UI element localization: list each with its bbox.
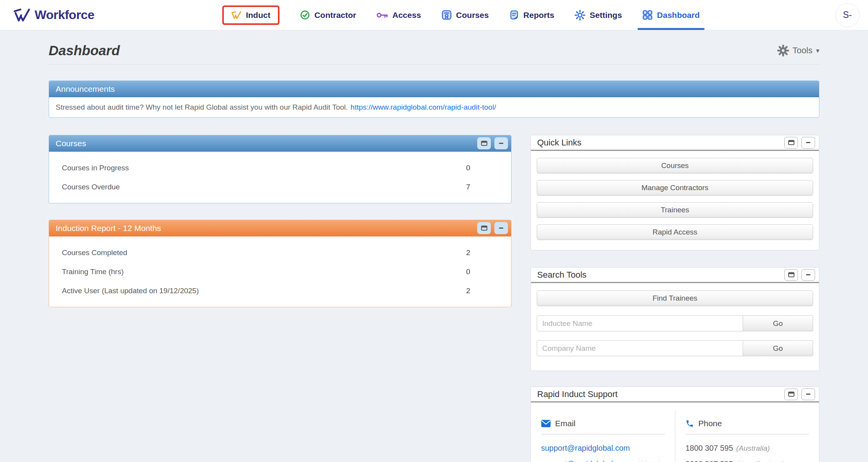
announcements-title: Announcements — [56, 84, 115, 94]
table-row: Active User (Last updated on 19/12/2025)… — [49, 281, 511, 300]
email-divider — [541, 434, 665, 434]
support-panel: Rapid Induct Support Email — [531, 387, 819, 462]
nav-label-reports: Reports — [524, 10, 554, 20]
nav-label-settings: Settings — [590, 10, 622, 20]
minimize-button[interactable] — [494, 137, 508, 149]
minimize-button[interactable] — [494, 222, 508, 234]
support-panel-title: Rapid Induct Support — [537, 389, 618, 399]
company-go-button[interactable]: Go — [743, 340, 813, 356]
search-tools-title: Search Tools — [537, 270, 587, 280]
quick-links-title: Quick Links — [537, 138, 582, 148]
support-phone-column: Phone 1800 307 595(Australia) 0800 307 5… — [675, 410, 819, 462]
announcement-text: Stressed about audit time? Why not let R… — [56, 103, 348, 112]
courses-panel: Courses Courses in Progress 0 Courses Ov… — [49, 135, 511, 203]
phone-heading: Phone — [698, 419, 722, 428]
chevron-down-icon: ▾ — [816, 47, 819, 55]
window-restore-icon — [788, 392, 794, 397]
induct-highlight-box: Induct — [222, 5, 279, 25]
title-divider — [49, 64, 819, 65]
table-row: Courses in Progress 0 — [49, 158, 511, 177]
support-email-link[interactable]: support@rapidglobal.com — [541, 444, 630, 452]
nav-label-dashboard: Dashboard — [657, 10, 700, 20]
minimize-button[interactable] — [801, 137, 815, 149]
tools-dropdown[interactable]: Tools ▾ — [777, 45, 819, 56]
induction-report-panel: Induction Report - 12 Months Courses Com… — [49, 220, 511, 307]
nav-item-access[interactable]: Access — [376, 0, 421, 30]
minimize-button[interactable] — [801, 388, 815, 400]
support-email-column: Email support@rapidglobal.com support@ra… — [531, 410, 675, 462]
main-nav: Induct Contractor Access — [94, 0, 828, 30]
list-item: 0800 307 595(New Zealand) — [685, 460, 809, 462]
email-heading: Email — [555, 419, 576, 428]
induction-panel-title: Induction Report - 12 Months — [56, 224, 161, 233]
nav-item-contractor[interactable]: Contractor — [300, 0, 356, 30]
window-restore-button[interactable] — [784, 388, 798, 400]
row-value: 7 — [466, 183, 470, 191]
row-value: 0 — [466, 268, 470, 276]
workforce-logo-icon — [13, 8, 31, 23]
nav-label-courses: Courses — [456, 10, 489, 20]
nav-label-induct: Induct — [246, 10, 271, 20]
page-title: Dashboard — [49, 43, 120, 58]
top-nav: Workforce Induct Contractor — [0, 0, 868, 30]
phone-number-australia: 1800 307 595 — [685, 444, 733, 452]
minimize-icon — [806, 142, 810, 143]
minimize-button[interactable] — [801, 269, 815, 281]
phone-number-nz: 0800 307 595 — [685, 460, 733, 462]
avatar[interactable]: S- — [835, 3, 859, 27]
phone-divider — [685, 434, 809, 434]
tools-label: Tools — [792, 46, 812, 56]
table-row: Courses Completed 2 — [49, 243, 511, 262]
quick-link-trainees-button[interactable]: Trainees — [537, 202, 813, 218]
courses-icon — [441, 10, 452, 20]
nav-label-access: Access — [392, 10, 421, 20]
reports-icon — [509, 10, 519, 20]
row-label: Courses in Progress — [62, 164, 129, 172]
window-restore-icon — [481, 141, 487, 146]
quick-links-panel: Quick Links Courses Manage Contractors T… — [531, 135, 819, 250]
nav-item-dashboard[interactable]: Dashboard — [642, 0, 700, 30]
row-label: Courses Completed — [62, 248, 127, 257]
induct-icon — [231, 10, 242, 20]
nav-item-courses[interactable]: Courses — [441, 0, 489, 30]
window-restore-button[interactable] — [784, 269, 798, 281]
row-value: 2 — [466, 248, 470, 257]
announcements-panel: Announcements Stressed about audit time?… — [49, 80, 819, 118]
row-label: Training Time (hrs) — [62, 268, 124, 276]
list-item: support@rapidglobal.co.za(Africa) — [541, 460, 665, 462]
window-restore-icon — [788, 272, 794, 277]
nav-item-settings[interactable]: Settings — [575, 0, 622, 30]
window-restore-icon — [788, 140, 794, 145]
minimize-icon — [806, 274, 810, 275]
nav-item-induct[interactable]: Induct — [222, 0, 279, 30]
brand-logo[interactable]: Workforce — [13, 8, 94, 23]
nav-item-reports[interactable]: Reports — [509, 0, 554, 30]
support-email-africa-link[interactable]: support@rapidglobal.co.za — [541, 460, 634, 462]
quick-link-rapid-access-button[interactable]: Rapid Access — [537, 224, 813, 240]
access-icon — [376, 12, 388, 19]
window-restore-button[interactable] — [477, 222, 491, 234]
inductee-go-button[interactable]: Go — [743, 315, 813, 331]
window-restore-button[interactable] — [784, 137, 798, 149]
quick-link-manage-contractors-button[interactable]: Manage Contractors — [537, 180, 813, 196]
find-trainees-button[interactable]: Find Trainees — [537, 290, 813, 306]
row-label: Active User (Last updated on 19/12/2025) — [62, 287, 199, 295]
quick-link-courses-button[interactable]: Courses — [537, 158, 813, 173]
window-restore-button[interactable] — [477, 137, 491, 149]
table-row: Training Time (hrs) 0 — [49, 262, 511, 281]
minimize-icon — [806, 394, 810, 395]
dashboard-icon — [642, 10, 653, 20]
list-item: support@rapidglobal.com — [541, 444, 665, 453]
inductee-name-input[interactable] — [537, 315, 743, 331]
gear-icon — [777, 45, 789, 56]
settings-icon — [575, 10, 585, 21]
announcement-link[interactable]: https://www.rapidglobal.com/rapid-audit-… — [351, 103, 496, 112]
company-name-input[interactable] — [537, 340, 743, 356]
window-restore-icon — [481, 226, 487, 231]
main-content: Dashboard Tools ▾ Announcements Stressed… — [0, 43, 868, 462]
phone-icon — [685, 419, 694, 428]
row-label: Courses Overdue — [62, 183, 120, 191]
minimize-icon — [499, 143, 503, 144]
brand-name: Workforce — [35, 8, 94, 22]
nav-label-contractor: Contractor — [315, 10, 356, 20]
